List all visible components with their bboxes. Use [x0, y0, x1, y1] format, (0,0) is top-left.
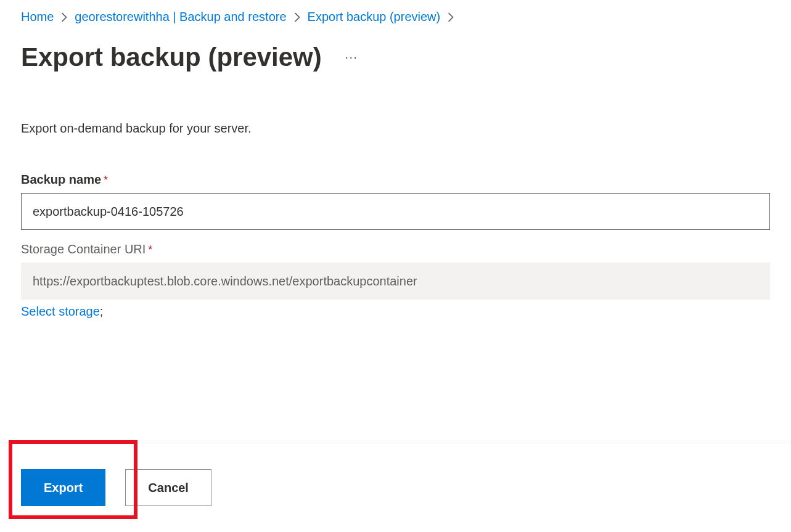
chevron-right-icon [61, 12, 67, 22]
breadcrumb-resource[interactable]: georestorewithha | Backup and restore [75, 10, 286, 24]
backup-name-input[interactable] [21, 193, 770, 230]
breadcrumb: Home georestorewithha | Backup and resto… [21, 10, 770, 24]
page-title: Export backup (preview) [21, 43, 322, 72]
storage-uri-label: Storage Container URI [21, 242, 145, 256]
cancel-button[interactable]: Cancel [125, 469, 211, 506]
select-storage-link[interactable]: Select storage [21, 305, 100, 319]
storage-uri-input[interactable] [21, 263, 770, 300]
more-actions-button[interactable]: ··· [340, 49, 363, 67]
breadcrumb-export-backup[interactable]: Export backup (preview) [308, 10, 441, 24]
chevron-right-icon [448, 12, 454, 22]
backup-name-field-group: Backup name* [21, 173, 770, 230]
required-indicator: * [148, 243, 152, 256]
select-storage-suffix: ; [100, 305, 104, 318]
required-indicator: * [104, 174, 108, 186]
backup-name-label: Backup name [21, 173, 101, 187]
page-description: Export on-demand backup for your server. [21, 121, 770, 136]
breadcrumb-home[interactable]: Home [21, 10, 54, 24]
export-button[interactable]: Export [21, 469, 105, 506]
chevron-right-icon [294, 12, 300, 22]
footer-actions: Export Cancel [0, 443, 791, 532]
storage-uri-field-group: Storage Container URI* Select storage; [21, 242, 770, 319]
